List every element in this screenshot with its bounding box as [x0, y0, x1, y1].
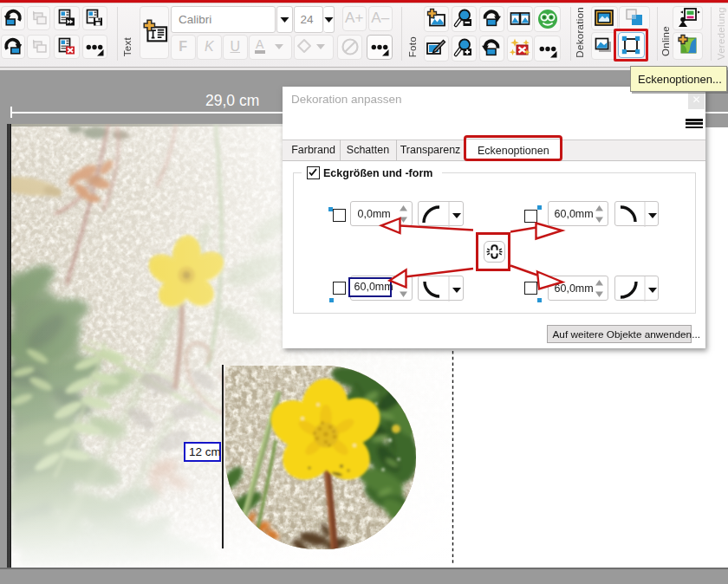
svg-text:A: A [256, 37, 264, 51]
